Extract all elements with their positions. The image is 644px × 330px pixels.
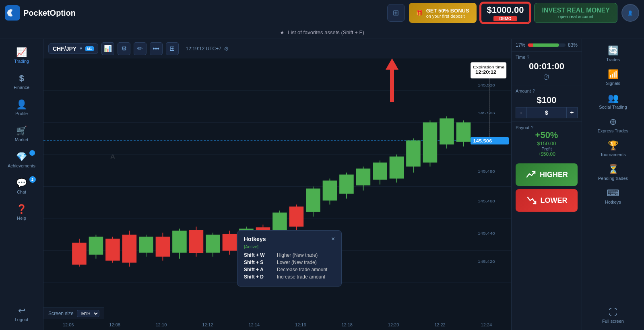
svg-rect-37: [289, 206, 304, 227]
gift-icon: 🎁: [416, 10, 423, 16]
more-button[interactable]: •••: [150, 42, 163, 55]
hotkeys-title-text: Hotkeys: [244, 236, 266, 242]
hotkeys-popup: Hotkeys × [Active] Shift + W Higher (New…: [237, 230, 342, 287]
chat-icon: 💬: [16, 178, 27, 188]
time-axis: 12:06 12:08 12:10 12:12 12:14 12:16 12:1…: [43, 319, 511, 330]
sidebar-item-help[interactable]: ❓ Help: [4, 200, 40, 225]
time-label-0: 12:06: [45, 322, 91, 327]
right-item-trades[interactable]: 🔄 Trades: [587, 42, 639, 65]
sidebar-item-achievements[interactable]: 💎 Achievements: [4, 148, 40, 172]
market-icon: 🛒: [16, 126, 27, 136]
screen-size-bar: Screen size M19 M15 M10: [43, 307, 104, 319]
chart-area: CHF/JPY ▼ M1 📊 ⚙ ✏ ••• ⊞ 12:19:12 UTC+7 …: [43, 39, 511, 330]
payout-help-icon[interactable]: ?: [531, 125, 533, 130]
hotkeys-close-button[interactable]: ×: [331, 235, 335, 243]
sidebar-item-finance[interactable]: $ Finance: [4, 69, 40, 94]
hotkeys-icon: ⌨: [607, 188, 619, 198]
amount-controls: - $ +: [516, 107, 578, 118]
trades-icon: 🔄: [608, 45, 619, 56]
pair-selector[interactable]: CHF/JPY ▼ M1: [48, 43, 98, 54]
right-label-full-screen: Full screen: [602, 319, 624, 324]
lower-label: LOWER: [541, 196, 568, 205]
header: PocketOption ⊞ 🎁 GET 50% BONUS on your f…: [0, 0, 644, 26]
higher-button[interactable]: HIGHER: [516, 163, 578, 186]
right-item-express-trades[interactable]: ⊕ Express Trades: [587, 113, 639, 136]
progress-left-label: 17%: [516, 42, 525, 48]
right-item-tournaments[interactable]: 🏆 Tournaments: [587, 137, 639, 160]
right-label-trades: Trades: [606, 57, 620, 62]
arrow-shaft: [390, 70, 394, 102]
favorites-bar[interactable]: ★ List of favorites assets (Shift + F): [0, 26, 644, 39]
hotkey-row-3: Shift + A Decrease trade amount: [244, 267, 335, 272]
express-trades-icon: ⊕: [609, 117, 617, 127]
sidebar-item-market[interactable]: 🛒 Market: [4, 122, 40, 146]
svg-text:145.420: 145.420: [478, 259, 495, 264]
svg-rect-57: [456, 122, 471, 142]
svg-rect-51: [406, 140, 421, 167]
amount-help-icon[interactable]: ?: [533, 89, 535, 93]
time-label-2: 12:10: [138, 322, 184, 327]
bonus-sub-text: on your first deposit: [426, 14, 469, 19]
logo-text: PocketOption: [23, 8, 76, 18]
sidebar-item-logout[interactable]: ↩ Logout: [4, 301, 40, 326]
hotkey-row-2: Shift + S Lower (New trade): [244, 260, 335, 265]
higher-arrow-icon: [525, 169, 537, 180]
progress-right-label: 83%: [568, 42, 578, 48]
sidebar-item-profile[interactable]: 👤 Profile: [4, 95, 40, 120]
svg-rect-55: [440, 118, 454, 144]
time-label-5: 12:16: [277, 322, 324, 327]
svg-rect-43: [339, 175, 354, 194]
bonus-button[interactable]: 🎁 GET 50% BONUS on your first deposit: [409, 3, 477, 23]
svg-rect-39: [306, 189, 320, 212]
invest-sub-text: open real account: [558, 14, 593, 19]
right-panel: 🔄 Trades 📶 Signals 👥 Social Trading ⊕ Ex…: [582, 39, 644, 330]
m1-badge: M1: [85, 46, 94, 51]
screen-button[interactable]: ⊞: [387, 4, 405, 22]
hotkey-action-2: Lower (New trade): [277, 260, 317, 265]
time-settings-icon[interactable]: ⚙: [224, 45, 229, 52]
logo[interactable]: PocketOption: [5, 5, 76, 21]
svg-rect-27: [206, 235, 220, 253]
lower-button[interactable]: LOWER: [516, 189, 578, 212]
avatar[interactable]: 👤: [621, 4, 639, 22]
right-label-hotkeys: Hotkeys: [605, 200, 621, 204]
svg-text:145.520: 145.520: [478, 83, 495, 87]
svg-rect-29: [223, 234, 237, 251]
sidebar-item-trading[interactable]: 📈 Trading: [4, 43, 40, 68]
hotkey-key-2: Shift + S: [244, 260, 272, 265]
svg-text:A: A: [110, 153, 115, 159]
right-item-pending-trades[interactable]: ⏳ Pending trades: [587, 161, 639, 184]
time-label-6: 12:18: [324, 322, 370, 327]
hotkey-row-1: Shift + W Higher (New trade): [244, 252, 335, 258]
right-label-pending-trades: Pending trades: [598, 176, 628, 181]
time-label-9: 12:24: [463, 322, 510, 327]
amount-section: Amount ? $100 - $ +: [512, 85, 582, 122]
amount-minus-button[interactable]: -: [516, 107, 527, 118]
hotkey-action-4: Increase trade amount: [277, 274, 325, 280]
amount-plus-button[interactable]: +: [566, 107, 578, 118]
svg-rect-13: [89, 237, 103, 255]
sidebar-label-trading: Trading: [14, 59, 29, 64]
progress-fill: [528, 43, 559, 47]
draw-button[interactable]: ✏: [134, 42, 147, 55]
hotkey-action-3: Decrease trade amount: [277, 267, 327, 272]
screen-size-select[interactable]: M19 M15 M10: [77, 310, 99, 317]
svg-rect-45: [356, 169, 371, 186]
sidebar-item-chat[interactable]: 💬 Chat 2: [4, 174, 40, 198]
right-item-social-trading[interactable]: 👥 Social Trading: [587, 90, 639, 113]
demo-label: DEMO: [493, 16, 517, 21]
chart-type-button[interactable]: 📊: [101, 42, 114, 55]
invest-button[interactable]: INVEST REAL MONEY open real account: [534, 3, 617, 23]
finance-icon: $: [19, 73, 24, 84]
trade-panel: 17% 83% Time ? 00:01:00 ⏱ Amount ? $100 …: [511, 39, 582, 330]
time-help-icon[interactable]: ?: [527, 55, 529, 60]
right-item-hotkeys[interactable]: ⌨ Hotkeys: [587, 185, 639, 208]
demo-balance-button[interactable]: $1000.00 DEMO: [481, 3, 530, 23]
right-item-full-screen[interactable]: ⛶ Full screen: [587, 304, 639, 327]
indicators-button[interactable]: ⚙: [118, 42, 130, 55]
right-label-express-trades: Express Trades: [598, 128, 628, 133]
layout-button[interactable]: ⊞: [166, 42, 179, 55]
hotkey-key-1: Shift + W: [244, 252, 272, 258]
right-item-signals[interactable]: 📶 Signals: [587, 66, 639, 89]
svg-rect-25: [189, 230, 204, 253]
